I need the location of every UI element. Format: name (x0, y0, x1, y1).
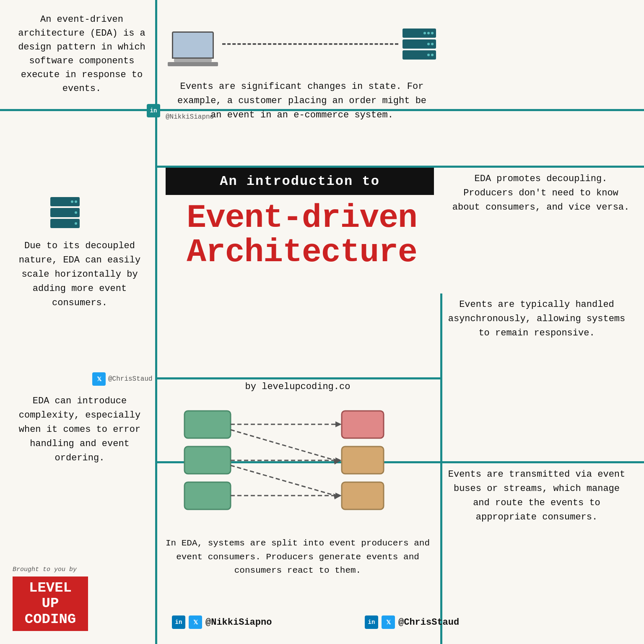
by-label: by levelupcoding.co (157, 382, 438, 392)
level-up-coding-badge[interactable]: LEVEL UP CODING (13, 576, 88, 631)
server-icon-left (50, 197, 80, 228)
server-dot (431, 54, 434, 56)
server-dot-s (75, 200, 77, 203)
svg-rect-13 (342, 411, 384, 438)
svg-rect-15 (342, 482, 384, 509)
server-dot (423, 32, 426, 34)
chris-badge-area: 𝕏 @ChrisStaud (92, 372, 153, 386)
svg-rect-2 (184, 482, 231, 509)
server-dot (427, 43, 430, 45)
server-unit-3 (402, 50, 436, 60)
svg-line-9 (231, 465, 335, 496)
brand-text-line1: LEVEL UP (17, 580, 84, 612)
social-links-nikki: in 𝕏 @NikkiSiapno (172, 615, 272, 629)
chris-handle-bottom: @ChrisStaud (398, 617, 459, 628)
decoupling-description: EDA promotes decoupling. Producers don't… (449, 172, 633, 215)
vertical-line-right (440, 293, 442, 644)
eda-definition: An event-driven architecture (EDA) is a … (13, 13, 151, 96)
brought-by-label: Brought to you by (13, 566, 77, 573)
server-unit-small-2 (50, 208, 80, 217)
server-dot (431, 43, 434, 45)
server-dot-s (75, 222, 77, 225)
main-title-architecture: Architecture (159, 236, 444, 270)
eda-systems-text: In EDA, systems are split into event pro… (157, 537, 438, 578)
twitter-icon-chris: 𝕏 (92, 372, 106, 386)
svg-rect-0 (184, 411, 231, 438)
linkedin-icon-bottom-chris[interactable]: in (365, 615, 378, 629)
twitter-icon-bottom-nikki[interactable]: 𝕏 (189, 615, 202, 629)
server-unit-1 (402, 29, 436, 38)
svg-marker-8 (335, 457, 342, 463)
svg-rect-14 (342, 447, 384, 474)
laptop-keyboard (174, 59, 212, 62)
nikki-handle-bottom: @NikkiSiapno (205, 617, 272, 628)
brand-text-line2: CODING (25, 612, 76, 627)
server-dot (431, 32, 434, 34)
laptop-base (168, 62, 218, 66)
svg-line-5 (231, 430, 335, 460)
nikki-credit-top: @NikkiSiapno (166, 113, 214, 121)
chris-credit: @ChrisStaud (108, 375, 153, 383)
server-dot (427, 54, 430, 56)
producer-consumer-diagram (159, 402, 428, 520)
horizontal-line-5 (440, 461, 644, 463)
svg-marker-4 (335, 421, 342, 427)
server-dot (427, 32, 430, 34)
social-links-chris: in 𝕏 @ChrisStaud (365, 615, 459, 629)
buses-description: Events are transmitted via event buses o… (444, 467, 629, 525)
intro-banner-text: An introduction to (220, 174, 380, 189)
dotted-connector (222, 43, 398, 45)
linkedin-icon-top[interactable]: in (147, 104, 160, 117)
async-description: Events are typically handled asynchronou… (444, 298, 629, 340)
svg-rect-1 (184, 447, 231, 474)
server-stack (402, 29, 436, 60)
twitter-icon-bottom-chris[interactable]: 𝕏 (382, 615, 395, 629)
server-unit-small-3 (50, 219, 80, 228)
main-title: Event-driven Architecture (159, 201, 444, 270)
linkedin-icon-bottom-nikki[interactable]: in (172, 615, 185, 629)
server-unit-2 (402, 39, 436, 49)
scale-description: Due to its decoupled nature, EDA can eas… (8, 239, 151, 310)
laptop-screen (172, 31, 214, 59)
laptop-icon (168, 31, 218, 69)
main-title-event-driven: Event-driven (159, 201, 444, 236)
svg-marker-12 (335, 493, 342, 499)
server-dot-s (71, 200, 73, 203)
intro-banner: An introduction to (166, 168, 434, 195)
complexity-description: EDA can introduce complexity, especially… (8, 394, 151, 465)
server-dot-s (75, 211, 77, 214)
server-unit-small-1 (50, 197, 80, 206)
horizontal-line-3 (155, 377, 440, 379)
